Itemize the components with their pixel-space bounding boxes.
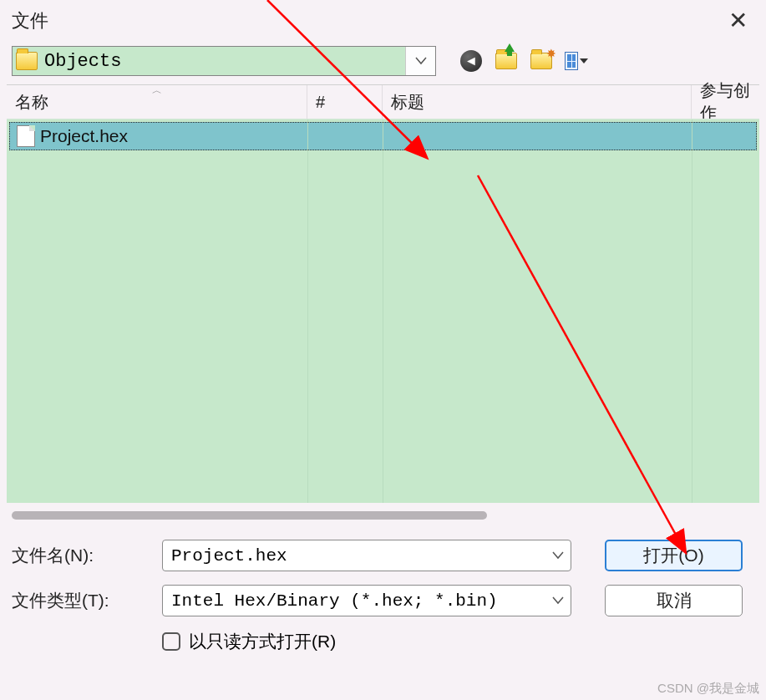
file-name: Project.hex — [40, 126, 128, 146]
cancel-button[interactable]: 取消 — [605, 585, 743, 616]
open-button[interactable]: 打开(O) — [605, 540, 743, 571]
path-drop-arrow[interactable] — [405, 47, 435, 75]
col-name-label: 名称 — [15, 91, 48, 114]
filename-drop-icon[interactable] — [545, 551, 571, 560]
back-button[interactable]: ◄ — [459, 50, 483, 72]
col-name[interactable]: ︿ 名称 — [7, 85, 307, 119]
view-menu-button[interactable] — [565, 50, 588, 72]
filetype-value: Intel Hex/Binary (*.hex; *.bin) — [171, 591, 545, 611]
watermark: CSDN @我是金城 — [657, 681, 759, 697]
column-headers: ︿ 名称 # 标题 参与创作 — [7, 85, 759, 119]
filename-value: Project.hex — [171, 546, 545, 566]
col-title[interactable]: 标题 — [383, 85, 692, 119]
col-contrib[interactable]: 参与创作 — [692, 85, 759, 119]
dialog-title: 文件 — [12, 8, 48, 33]
folder-icon — [16, 52, 38, 70]
path-text: Objects — [43, 51, 405, 72]
filetype-drop-icon[interactable] — [545, 596, 571, 605]
readonly-label: 以只读方式打开(R) — [189, 630, 336, 653]
col-hash[interactable]: # — [307, 85, 383, 119]
up-folder-button[interactable] — [495, 50, 518, 72]
scrollbar-thumb[interactable] — [12, 511, 487, 520]
col-title-label: 标题 — [391, 91, 424, 114]
filetype-label: 文件类型(T): — [12, 589, 162, 612]
file-icon — [17, 125, 35, 147]
readonly-checkbox[interactable] — [162, 632, 180, 651]
filename-combo[interactable]: Project.hex — [162, 540, 571, 571]
col-hash-label: # — [316, 93, 325, 112]
close-button[interactable]: ✕ — [721, 7, 754, 34]
filetype-combo[interactable]: Intel Hex/Binary (*.hex; *.bin) — [162, 585, 571, 616]
col-contrib-label: 参与创作 — [700, 79, 751, 124]
horizontal-scrollbar[interactable] — [12, 511, 754, 520]
path-dropdown[interactable]: Objects — [12, 46, 436, 76]
sort-indicator-icon: ︿ — [152, 84, 162, 98]
file-list[interactable]: Project.hex — [7, 119, 759, 503]
filename-label: 文件名(N): — [12, 544, 162, 567]
new-folder-button[interactable]: ✸ — [530, 50, 553, 72]
